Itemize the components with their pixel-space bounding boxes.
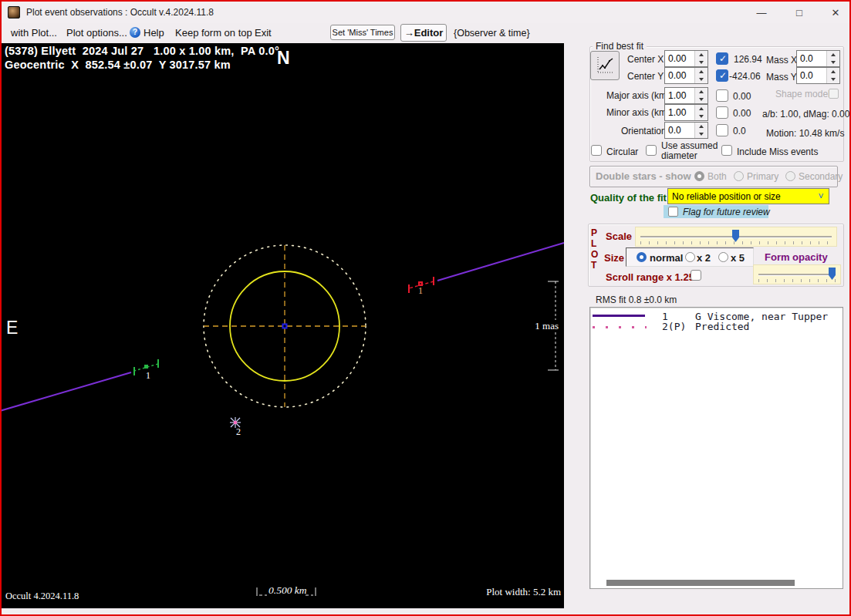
minor-sd-checkbox[interactable] [716,106,728,119]
minor-axis-label: Minor axis (km) [606,107,670,118]
double-secondary-radio [785,171,795,181]
orientation-field[interactable]: 0.0 [664,122,708,139]
spin-up-icon[interactable] [827,68,839,76]
form-opacity-slider[interactable] [753,264,841,284]
minor-sd-value: 0.00 [733,108,751,119]
set-miss-times-button[interactable]: Set 'Miss' Times [330,25,395,40]
menu-keep-on-top[interactable]: Keep form on top [175,27,252,39]
spin-up-icon[interactable] [827,51,839,59]
quality-value: No reliable position or size [668,191,813,202]
editor-button[interactable]: →Editor [400,24,447,42]
spin-up-icon[interactable] [695,105,707,113]
scroll-range-checkbox[interactable] [691,270,701,281]
spin-down-icon[interactable] [695,130,707,138]
scale-slider-ticks [640,241,832,244]
menu-help[interactable]: Help [144,27,164,39]
spin-down-icon[interactable] [695,113,707,120]
include-miss-label: Include Miss events [737,146,818,157]
size-x5-radio[interactable] [718,252,728,262]
close-icon: ✕ [832,7,840,19]
use-assumed-diameter-label: Use assumed diameter [661,141,718,161]
quality-dropdown[interactable]: No reliable position or size ˅ [667,188,829,204]
observation-row-num[interactable]: 2(P) [662,321,686,332]
plot-graphics [2,43,564,608]
scale-slider-thumb[interactable] [732,230,739,242]
spin-down-icon[interactable] [695,76,707,83]
shape-model-checkbox [829,89,839,99]
mass-y-value[interactable]: 0.0 [797,68,826,83]
maximize-icon: □ [796,7,802,19]
orientation-sd-checkbox[interactable] [716,124,728,136]
size-x5-label: x 5 [731,252,745,264]
major-axis-value[interactable]: 1.00 [665,88,694,103]
help-icon[interactable]: ? [130,27,140,38]
shape-model-label: Shape model [775,89,830,99]
size-x2-radio[interactable] [685,252,695,262]
menu-exit[interactable]: Exit [255,27,272,39]
circular-checkbox[interactable] [591,145,602,156]
major-sd-checkbox[interactable] [716,89,728,102]
observations-listbox[interactable]: 1 G Viscome, near Tupper 2(P) Predicted [589,307,843,589]
mass-x-spinner[interactable] [826,51,839,66]
major-axis-field[interactable]: 1.00 [664,87,708,104]
offset-x-value: 126.94 [734,54,762,65]
plot-canvas[interactable]: (5378) Ellyett 2024 Jul 27 1.00 x 1.00 k… [2,43,564,608]
spin-up-icon[interactable] [695,68,707,76]
spin-up-icon[interactable] [695,123,707,130]
center-y-field[interactable]: 0.00 [664,67,708,84]
maximize-button[interactable]: □ [782,2,816,23]
center-y-spinner[interactable] [694,68,707,83]
size-x2-label: x 2 [697,252,711,264]
include-miss-checkbox[interactable] [721,145,732,156]
orientation-value[interactable]: 0.0 [665,123,694,138]
east-label: E [6,318,18,338]
minor-axis-spinner[interactable] [694,105,707,120]
letter-p: P [591,227,598,238]
menu-plot-options[interactable]: Plot options... [66,27,127,39]
offset-y-checkbox[interactable] [716,69,728,82]
find-best-fit-button[interactable] [590,51,620,80]
mass-y-field[interactable]: 0.0 [796,67,840,84]
spin-down-icon[interactable] [827,76,839,83]
scale-slider[interactable] [635,227,837,247]
close-button[interactable]: ✕ [819,2,851,23]
letter-o: O [591,249,598,260]
center-x-value[interactable]: 0.00 [665,51,694,66]
spin-down-icon[interactable] [695,59,707,66]
spin-down-icon[interactable] [695,96,707,103]
mass-y-spinner[interactable] [826,68,839,83]
major-axis-spinner[interactable] [694,88,707,103]
major-axis-label: Major axis (km) [606,90,670,101]
window-title: Plot event observations : Occult v.4.202… [26,7,214,18]
orientation-label: Orientation [621,126,667,136]
offset-x-checkbox[interactable] [716,52,728,65]
mass-x-value[interactable]: 0.0 [797,51,826,66]
menu-with-plot[interactable]: with Plot... [11,27,57,39]
observer-time-label: {Observer & time} [454,28,530,39]
observation-row-name[interactable]: Predicted [695,321,749,332]
chevron-down-icon[interactable]: ˅ [813,191,829,202]
double-secondary-label: Secondary [799,171,843,182]
orientation-spinner[interactable] [694,123,707,138]
spin-up-icon[interactable] [695,88,707,96]
spin-down-icon[interactable] [827,59,839,66]
flag-review-checkbox[interactable] [668,207,678,217]
minor-axis-value[interactable]: 1.00 [665,105,694,120]
size-normal-radio[interactable] [637,252,647,262]
rms-fit-label: RMS fit 0.8 ±0.0 km [596,295,677,305]
mass-x-field[interactable]: 0.0 [796,50,840,67]
form-opacity-track[interactable] [758,274,836,275]
chart-icon [595,56,615,76]
minor-axis-field[interactable]: 1.00 [664,104,708,121]
minimize-button[interactable]: — [745,2,778,23]
use-assumed-diameter-checkbox[interactable] [646,145,657,156]
center-y-value[interactable]: 0.00 [665,68,694,83]
center-x-field[interactable]: 0.00 [664,50,708,67]
form-opacity-thumb[interactable] [829,268,836,280]
center-x-spinner[interactable] [694,51,707,66]
double-both-radio [694,171,704,181]
center-y-label: Center Y [627,71,664,82]
spin-up-icon[interactable] [695,51,707,59]
size-normal-label: normal [650,252,683,264]
horizontal-scrollbar-thumb[interactable] [606,580,795,586]
